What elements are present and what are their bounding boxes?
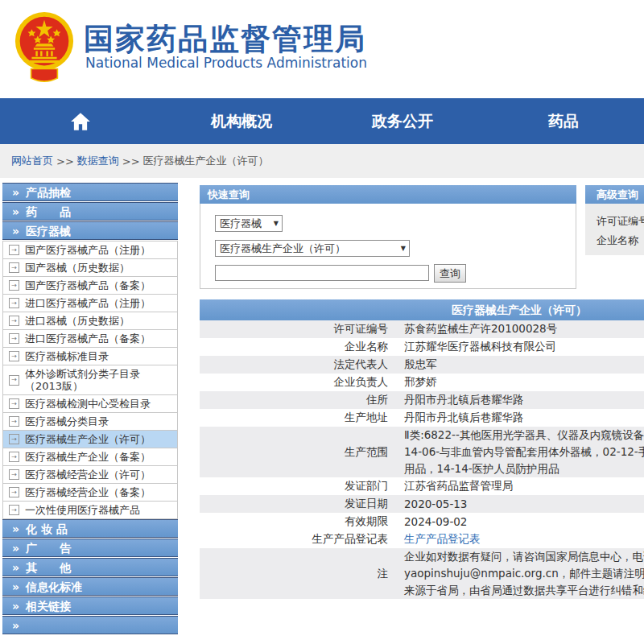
detail-table-rows: 许可证编号苏食药监械生产许20100028号企业名称江苏耀华医疗器械科技有限公司… <box>200 320 644 599</box>
sidebar-item[interactable]: →体外诊断试剂分类子目录（2013版） <box>2 365 178 395</box>
quick-query-panel: 快速查询 医疗器械 ▼ 医疗器械生产企业（许可） ▼ 查询 <box>200 185 576 289</box>
row-value: 苏食药监械生产许20100028号 <box>396 320 644 338</box>
sidebar-item-label: 医疗器械分类目录 <box>25 413 109 430</box>
sidebar-item-label: 国产器械（历史数据） <box>25 259 130 276</box>
sidebar-item-label: 医疗器械生产企业（备案） <box>25 448 151 465</box>
nav-item-2[interactable]: 政务公开 <box>322 98 483 144</box>
sidebar-section-label: 广 告 <box>26 542 71 555</box>
sidebar-item-label: 进口医疗器械产品（备案） <box>25 330 151 347</box>
quick-query-body: 医疗器械 ▼ 医疗器械生产企业（许可） ▼ 查询 <box>200 204 576 289</box>
arrow-box-icon: → <box>9 245 19 255</box>
sidebar-item[interactable]: →进口医疗器械产品（注册） <box>2 295 178 312</box>
nav-item-3[interactable]: 药品 <box>483 98 644 144</box>
product-registry-link[interactable]: 生产产品登记表 <box>404 532 644 547</box>
row-label: 发证日期 <box>200 495 396 513</box>
arrow-box-icon: → <box>9 316 19 326</box>
sidebar-item[interactable]: →医疗器械检测中心受检目录 <box>2 395 178 413</box>
site-title: 国家药品监督管理局 <box>84 19 366 60</box>
sidebar-item[interactable]: →一次性使用医疗器械产品 <box>2 502 178 519</box>
row-label: 生产产品登记表 <box>200 530 396 548</box>
arrow-box-icon: → <box>9 487 19 497</box>
sidebar-item[interactable]: →进口医疗器械产品（备案） <box>2 330 178 348</box>
row-label: 发证部门 <box>200 477 396 495</box>
sidebar-item-label: 医疗器械经营企业（备案） <box>25 484 151 501</box>
row-label: 许可证编号 <box>200 320 396 338</box>
sidebar-section-label: 相关链接 <box>26 600 71 613</box>
arrow-box-icon: → <box>9 469 19 480</box>
keyword-input[interactable] <box>215 265 429 281</box>
home-icon <box>70 112 91 131</box>
arrow-box-icon: → <box>9 351 19 361</box>
breadcrumb-current: 医疗器械生产企业（许可） <box>143 154 269 168</box>
sidebar-section-医疗器械[interactable]: »医疗器械 <box>2 221 178 240</box>
sidebar-item[interactable]: →国产器械（历史数据） <box>2 259 178 277</box>
breadcrumb: 网站首页>>数据查询>>医疗器械生产企业（许可） <box>0 144 644 178</box>
advanced-query-panel: 高级查询 许可证编号 企业名称 <box>585 185 644 255</box>
nav-item-home[interactable] <box>0 98 161 144</box>
sidebar-section-label: 医疗器械 <box>26 225 71 237</box>
sidebar-section-相关链接[interactable]: »相关链接 <box>2 597 178 615</box>
row-value: 2020-05-13 <box>396 495 644 513</box>
row-label: 生产地址 <box>200 409 396 427</box>
sidebar-menu: »产品抽检»药 品»医疗器械→国产医疗器械产品（注册）→国产器械（历史数据）→国… <box>2 183 178 635</box>
row-value: 生产产品登记表 <box>396 530 644 548</box>
category-select[interactable]: 医疗器械 ▼ <box>215 215 283 232</box>
detail-table: 医疗器械生产企业（许可） 许可证编号苏食药监械生产许20100028号企业名称江… <box>200 299 644 599</box>
sidebar-item[interactable]: →医疗器械生产企业（许可） <box>2 431 178 448</box>
search-button[interactable]: 查询 <box>434 264 466 283</box>
arrow-box-icon: → <box>9 398 19 409</box>
row-label: 有效期限 <box>200 513 396 530</box>
table-row: 住所丹阳市丹北镇后巷耀华路 <box>200 391 644 409</box>
sidebar-item[interactable]: →医疗器械分类目录 <box>2 413 178 431</box>
sidebar-item[interactable]: →国产医疗器械产品（注册） <box>2 241 178 259</box>
sidebar-item-label: 国产医疗器械产品（注册） <box>25 242 151 258</box>
sidebar-section-label: 信息化标准 <box>26 580 82 593</box>
type-select-value: 医疗器械生产企业（许可） <box>220 242 345 256</box>
double-chevron-icon: » <box>12 619 19 632</box>
arrow-box-icon: → <box>9 375 19 386</box>
breadcrumb-link[interactable]: 数据查询 <box>77 154 119 168</box>
sidebar-item[interactable]: →国产医疗器械产品（备案） <box>2 277 178 295</box>
sidebar-item[interactable]: →医疗器械标准目录 <box>2 348 178 365</box>
arrow-box-icon: → <box>9 505 19 515</box>
sidebar-section-化妆品[interactable]: »化 妆 品 <box>2 519 178 538</box>
license-no-field-label: 许可证编号 <box>597 212 644 231</box>
sidebar-item[interactable]: →医疗器械经营企业（许可） <box>2 466 178 484</box>
category-select-value: 医疗器械 <box>220 217 262 231</box>
double-chevron-icon: » <box>12 186 19 199</box>
nav-item-label: 药品 <box>548 111 579 132</box>
sidebar-item-label: 体外诊断试剂分类子目录（2013版） <box>25 365 140 394</box>
sidebar-section-partial[interactable]: » <box>2 616 178 634</box>
table-row: 生产产品登记表生产产品登记表 <box>200 530 644 548</box>
double-chevron-icon: » <box>12 542 19 555</box>
row-value: 江苏省药品监督管理局 <box>396 477 644 495</box>
sidebar-section-其他[interactable]: »其 他 <box>2 558 178 576</box>
sidebar-item-label: 一次性使用医疗器械产品 <box>25 502 140 518</box>
table-row: 注企业如对数据有疑问，请咨询国家局信息中心，电话010-8833yaopinsh… <box>200 548 644 599</box>
table-row: 生产地址丹阳市丹北镇后巷耀华路 <box>200 409 644 427</box>
sidebar-item[interactable]: →医疗器械经营企业（备案） <box>2 484 178 502</box>
nav-item-label: 政务公开 <box>372 111 433 132</box>
row-label: 企业负责人 <box>200 374 396 391</box>
table-row: 生产范围Ⅱ类:6822--其他医用光学器具、仪器及内窥镜设备，6856--其14… <box>200 427 644 477</box>
site-subtitle: National Medical Products Administration <box>85 55 367 71</box>
type-select[interactable]: 医疗器械生产企业（许可） ▼ <box>215 240 410 257</box>
row-value: 2024-09-02 <box>396 513 644 530</box>
sidebar-item-label: 医疗器械检测中心受检目录 <box>25 395 151 412</box>
sidebar-item-label: 医疗器械经营企业（许可） <box>25 466 151 483</box>
site-header: 国家药品监督管理局 National Medical Products Admi… <box>0 0 644 98</box>
row-value: Ⅱ类:6822--其他医用光学器具、仪器及内窥镜设备，6856--其14-06-… <box>396 427 644 477</box>
sidebar-section-产品抽检[interactable]: »产品抽检 <box>2 183 178 201</box>
sidebar-section-广告[interactable]: »广 告 <box>2 539 178 557</box>
sidebar-section-label: 其 他 <box>26 561 71 574</box>
sidebar-item[interactable]: →医疗器械生产企业（备案） <box>2 448 178 466</box>
sidebar-section-信息化标准[interactable]: »信息化标准 <box>2 577 178 596</box>
double-chevron-icon: » <box>12 225 19 237</box>
nav-item-1[interactable]: 机构概况 <box>161 98 322 144</box>
enterprise-name-field-label: 企业名称 <box>597 231 644 250</box>
breadcrumb-link[interactable]: 网站首页 <box>11 154 53 168</box>
row-label: 生产范围 <box>200 427 396 477</box>
sidebar-section-药品[interactable]: »药 品 <box>2 202 178 221</box>
sidebar-item[interactable]: →进口器械（历史数据） <box>2 312 178 330</box>
breadcrumb-separator: >> <box>122 155 140 167</box>
